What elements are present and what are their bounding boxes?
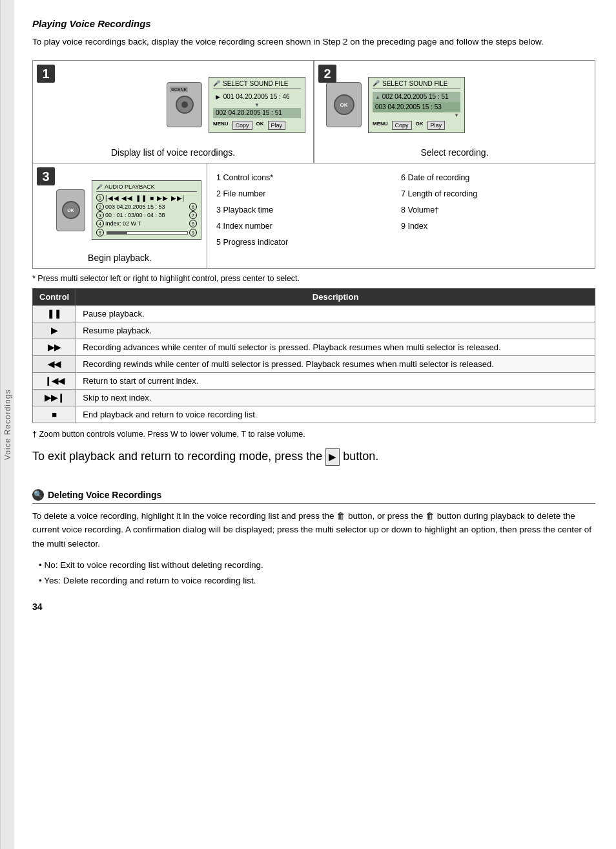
table-row: ◀◀ Recording rewinds while center of mul…: [33, 356, 595, 373]
step3-item-9: 9 Index: [401, 218, 586, 235]
page-number: 34: [32, 602, 595, 612]
table-desc-3: Recording advances while center of multi…: [76, 339, 595, 356]
table-control-6: ▶▶❙: [33, 390, 76, 406]
step-1-box: 1 SCENE 🎤: [32, 60, 314, 163]
delete-list: • No: Exit to voice recording list witho…: [39, 558, 595, 589]
marker-2: 2: [96, 203, 104, 211]
step-2-number: 2: [318, 65, 336, 83]
table-row: ▶▶ Recording advances while center of mu…: [33, 339, 595, 356]
step3-audio-screen: 🎤 AUDIO PLAYBACK 1 |◀◀ ◀◀ ❚❚ ■ ▶▶ ▶▶| 2 …: [92, 180, 201, 240]
step1-lcd-row1: ▶ 001 04.20.2005 15 : 46: [213, 92, 301, 102]
table-control-7: ■: [33, 406, 76, 423]
table-control-3: ▶▶: [33, 339, 76, 356]
footnote: * Press multi selector left or right to …: [32, 274, 595, 283]
delete-icon: 🔍: [32, 489, 44, 501]
step3-items: 1 Control icons* 2 File number 3 Playbac…: [207, 163, 595, 268]
delete-body: To delete a voice recording, highlight i…: [32, 509, 595, 551]
step3-item-4: 4 Index number: [216, 218, 401, 235]
section-title: Playing Voice Recordings: [32, 18, 595, 29]
step2-lcd-row2: 003 04.20.2005 15 : 53: [373, 102, 460, 112]
marker-6: 6: [189, 203, 197, 211]
step-3-box: 3 OK 🎤 AUDIO PLAYBACK: [33, 163, 207, 268]
marker-1: 1: [96, 194, 104, 202]
table-header-control: Control: [33, 289, 76, 306]
table-desc-5: Return to start of current index.: [76, 373, 595, 390]
exit-button-inline: ▶: [325, 448, 340, 466]
table-desc-4: Recording rewinds while center of multi …: [76, 356, 595, 373]
step1-caption: Display list of voice recordings.: [38, 147, 308, 158]
marker-8: 8: [189, 220, 197, 227]
step2-lcd-title: 🎤 SELECT SOUND FILE: [373, 80, 460, 89]
step3-item-7: 7 Length of recording: [401, 186, 586, 202]
table-header-description: Description: [76, 289, 595, 306]
step3-caption: Begin playback.: [38, 253, 201, 263]
table-desc-2: Resume playback.: [76, 322, 595, 339]
table-control-2: ▶: [33, 322, 76, 339]
delete-section-title: 🔍 Deleting Voice Recordings: [32, 489, 595, 504]
step3-item-3: 3 Playback time: [216, 202, 401, 218]
step1-lcd: 🎤 SELECT SOUND FILE ▶ 001 04.20.2005 15 …: [209, 77, 305, 133]
table-desc-1: Pause playback.: [76, 306, 595, 322]
step2-caption: Select recording.: [320, 147, 590, 158]
step1-lcd-row2: 002 04.20.2005 15 : 51: [213, 108, 301, 118]
control-table: Control Description ❚❚ Pause playback. ▶…: [32, 288, 595, 423]
table-row: ■ End playback and return to voice recor…: [33, 406, 595, 423]
table-row: ❙◀◀ Return to start of current index.: [33, 373, 595, 390]
table-control-1: ❚❚: [33, 306, 76, 322]
step-2-box: 2 OK 🎤 SELECT SOUND FI: [314, 60, 595, 163]
delete-item-no: • No: Exit to voice recording list witho…: [39, 558, 595, 573]
step1-lcd-buttons: MENU Copy OK Play: [213, 121, 301, 130]
marker-4: 4: [96, 220, 104, 227]
step-3-number: 3: [37, 167, 55, 185]
marker-9: 9: [189, 229, 197, 236]
delete-section: 🔍 Deleting Voice Recordings To delete a …: [32, 489, 595, 589]
table-desc-7: End playback and return to voice recordi…: [76, 406, 595, 423]
step2-lcd-buttons: MENU Copy OK Play: [373, 121, 460, 130]
table-row: ❚❚ Pause playback.: [33, 306, 595, 322]
step3-item-6: 6 Date of recording: [401, 170, 586, 186]
exit-text: To exit playback and return to recording…: [32, 448, 595, 466]
side-label: Voice Recordings: [0, 0, 14, 849]
step3-item-8: 8 Volume†: [401, 202, 586, 218]
audio-title: 🎤 AUDIO PLAYBACK: [96, 183, 197, 192]
table-control-5: ❙◀◀: [33, 373, 76, 390]
step3-item-5: 5 Progress indicator: [216, 235, 401, 251]
steps-1-2: 1 SCENE 🎤: [32, 60, 595, 163]
delete-item-yes: • Yes: Delete recording and return to vo…: [39, 573, 595, 589]
zoom-note: † Zoom button controls volume. Press W t…: [32, 430, 595, 439]
step3-item-2: 2 File number: [216, 186, 401, 202]
table-row: ▶ Resume playback.: [33, 322, 595, 339]
intro-text: To play voice recordings back, display t…: [32, 36, 595, 48]
table-control-4: ◀◀: [33, 356, 76, 373]
step2-lcd-row1: ▲ 002 04.20.2005 15 : 51: [373, 92, 460, 102]
table-desc-6: Skip to next index.: [76, 390, 595, 406]
step-1-number: 1: [37, 65, 55, 83]
marker-3: 3: [96, 211, 104, 219]
step1-lcd-title: 🎤 SELECT SOUND FILE: [213, 80, 301, 89]
table-row: ▶▶❙ Skip to next index.: [33, 390, 595, 406]
step3-item-1: 1 Control icons*: [216, 170, 401, 186]
step2-lcd: 🎤 SELECT SOUND FILE ▲ 002 04.20.2005 15 …: [368, 77, 465, 133]
marker-5: 5: [96, 229, 104, 236]
marker-7: 7: [189, 211, 197, 219]
